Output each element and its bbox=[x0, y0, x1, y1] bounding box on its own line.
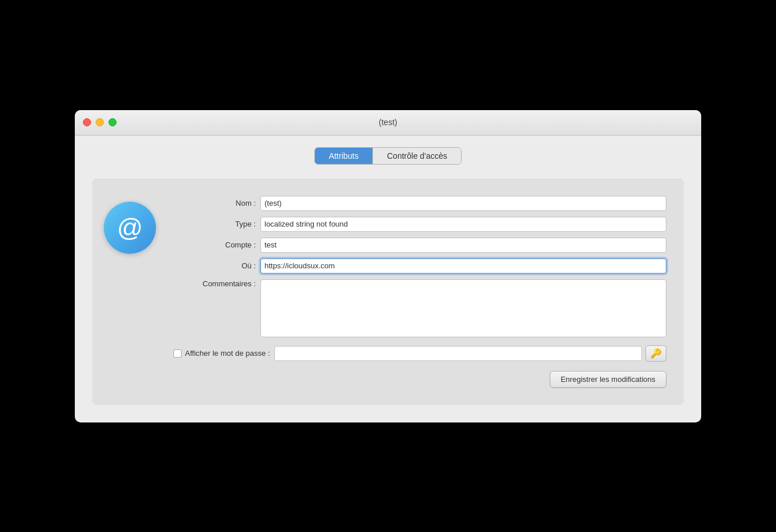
tab-bar: Attributs Contrôle d'accès bbox=[92, 147, 684, 165]
password-input[interactable] bbox=[274, 346, 642, 361]
tab-attributs[interactable]: Attributs bbox=[315, 148, 373, 164]
compte-label: Compte : bbox=[173, 241, 260, 249]
close-button[interactable] bbox=[83, 118, 91, 126]
password-checkbox-label: Afficher le mot de passe : bbox=[185, 349, 270, 358]
ou-input[interactable] bbox=[260, 258, 666, 274]
commentaires-row: Commentaires : bbox=[173, 279, 666, 337]
checkbox-area: Afficher le mot de passe : bbox=[173, 349, 270, 358]
key-button[interactable]: 🔑 bbox=[646, 345, 666, 362]
minimize-button[interactable] bbox=[96, 118, 104, 126]
type-input[interactable] bbox=[260, 217, 666, 232]
type-label: Type : bbox=[173, 220, 260, 228]
tab-controle-acces[interactable]: Contrôle d'accès bbox=[373, 148, 461, 164]
titlebar: (test) bbox=[75, 110, 701, 136]
window-content: Attributs Contrôle d'accès @ Nom : Type … bbox=[75, 136, 701, 422]
save-button[interactable]: Enregistrer les modifications bbox=[550, 371, 666, 388]
key-icon: 🔑 bbox=[650, 348, 662, 359]
nom-label: Nom : bbox=[173, 199, 260, 207]
email-icon: @ bbox=[104, 202, 156, 254]
type-row: Type : bbox=[173, 217, 666, 232]
compte-row: Compte : bbox=[173, 238, 666, 253]
ou-row: Où : bbox=[173, 258, 666, 274]
tab-container: Attributs Contrôle d'accès bbox=[314, 147, 462, 165]
form-area: Nom : Type : Compte : Où : Commentaires bbox=[173, 196, 666, 388]
at-symbol: @ bbox=[117, 213, 143, 242]
save-row: Enregistrer les modifications bbox=[173, 371, 666, 388]
commentaires-textarea[interactable] bbox=[260, 279, 666, 337]
password-row: Afficher le mot de passe : 🔑 bbox=[173, 345, 666, 362]
commentaires-label: Commentaires : bbox=[173, 279, 260, 288]
form-panel: @ Nom : Type : Compte : Où : bbox=[92, 178, 684, 405]
traffic-lights bbox=[83, 118, 117, 126]
show-password-checkbox[interactable] bbox=[173, 349, 182, 358]
ou-label: Où : bbox=[173, 261, 260, 270]
password-input-area: 🔑 bbox=[274, 345, 666, 362]
nom-input[interactable] bbox=[260, 196, 666, 211]
icon-area: @ bbox=[104, 196, 156, 254]
nom-row: Nom : bbox=[173, 196, 666, 211]
compte-input[interactable] bbox=[260, 238, 666, 253]
window-title: (test) bbox=[379, 118, 397, 127]
maximize-button[interactable] bbox=[108, 118, 117, 126]
main-window: (test) Attributs Contrôle d'accès @ Nom … bbox=[75, 110, 701, 422]
